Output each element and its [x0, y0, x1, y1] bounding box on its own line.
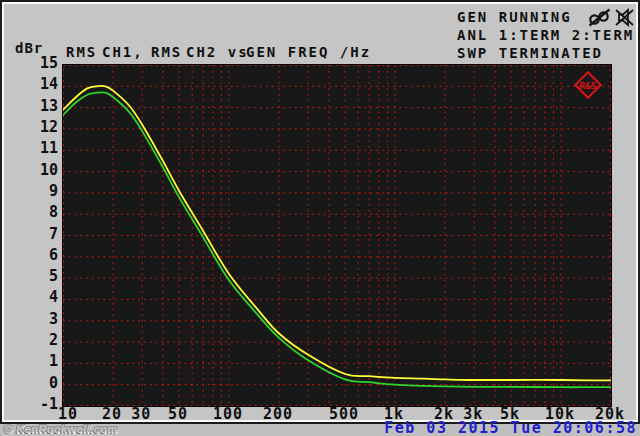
- trace-header-segment: CH1,: [102, 44, 144, 60]
- y-tick-label: 4: [2, 289, 58, 305]
- speaker-muted-icon: [614, 8, 635, 27]
- y-tick-label: 3: [2, 311, 58, 327]
- analyzer-screen: dBr RMSCH1,RMSCH2 vsGEN FREQ /Hz GEN RUN…: [0, 0, 640, 424]
- y-tick-label: 13: [2, 98, 58, 114]
- y-tick-label: -1: [2, 396, 58, 412]
- y-tick-label: 14: [2, 76, 58, 92]
- status-generator: GEN RUNNING: [457, 9, 572, 25]
- y-tick-label: 0: [2, 375, 58, 391]
- x-tick-label: 500: [329, 407, 359, 422]
- y-tick-label: 6: [2, 247, 58, 263]
- ch2-trace: [63, 92, 611, 387]
- y-tick-label: 5: [2, 268, 58, 284]
- plot-area: R&S: [62, 64, 612, 407]
- x-tick-label: 50: [168, 407, 188, 422]
- rohde-schwarz-logo-icon: R&S: [571, 68, 605, 102]
- y-tick-label: 8: [2, 204, 58, 220]
- x-tick-label: 200: [263, 407, 293, 422]
- trace-header-segment: GEN FREQ /Hz: [246, 44, 371, 60]
- trace-header-segment: CH2 vs: [186, 44, 249, 60]
- y-tick-label: 11: [2, 140, 58, 156]
- status-icons: [588, 8, 635, 27]
- x-tick-label: 100: [213, 407, 243, 422]
- headphones-muted-icon: [588, 8, 611, 27]
- y-tick-label: 7: [2, 226, 58, 242]
- plot-grid-and-curves: [63, 65, 611, 406]
- analyzer-screenshot: dBr RMSCH1,RMSCH2 vsGEN FREQ /Hz GEN RUN…: [0, 0, 640, 436]
- y-tick-label: 10: [2, 162, 58, 178]
- y-tick-label: 9: [2, 183, 58, 199]
- status-analyzer: ANL 1:TERM 2:TERM: [457, 27, 634, 43]
- svg-text:R&S: R&S: [580, 81, 596, 91]
- ch1-trace: [63, 86, 611, 381]
- trace-header-segment: RMS: [66, 44, 97, 60]
- trace-header-segment: RMS: [151, 44, 182, 60]
- datetime-label: Feb 03 2015 Tue 20:06:58: [384, 421, 637, 436]
- watermark-label: © KenRockwell.com: [4, 423, 118, 436]
- status-sweep: SWP TERMINATED: [457, 45, 603, 61]
- x-tick-label: 10: [58, 407, 78, 422]
- y-tick-label: 1: [2, 353, 58, 369]
- y-tick-label: 2: [2, 332, 58, 348]
- y-tick-label: 15: [2, 55, 58, 71]
- x-tick-label: 20: [102, 407, 122, 422]
- y-tick-label: 12: [2, 119, 58, 135]
- x-tick-label: 30: [131, 407, 151, 422]
